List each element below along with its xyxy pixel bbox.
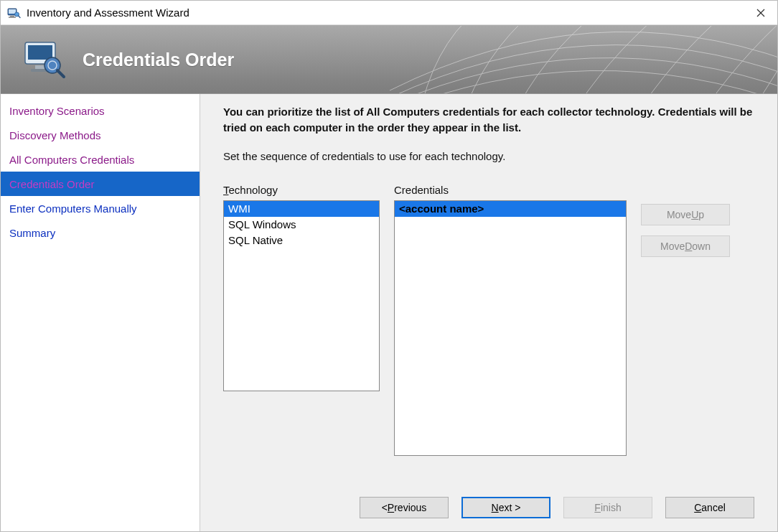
technology-block: Technology WMISQL WindowsSQL Native <box>223 184 380 391</box>
svg-rect-3 <box>9 17 16 17</box>
main-panel: You can prioritize the list of All Compu… <box>200 94 777 531</box>
credentials-block: Credentials <account name> <box>394 184 627 456</box>
finish-button[interactable]: Finish <box>563 497 652 518</box>
svg-rect-9 <box>28 45 52 60</box>
sidebar-item-all-computers-credentials[interactable]: All Computers Credentials <box>1 147 200 172</box>
intro-text: You can prioritize the list of All Compu… <box>223 104 754 136</box>
sidebar-item-inventory-scenarios[interactable]: Inventory Scenarios <box>1 98 200 123</box>
move-buttons: Move Up Move Down <box>641 204 730 257</box>
banner-title: Credentials Order <box>83 50 234 70</box>
next-button[interactable]: Next > <box>461 497 550 518</box>
banner-mesh-decoration <box>390 25 777 94</box>
app-icon <box>6 6 21 20</box>
svg-line-5 <box>19 16 20 17</box>
titlebar: Inventory and Assessment Wizard <box>1 1 777 25</box>
cancel-button[interactable]: Cancel <box>665 497 754 518</box>
technology-item[interactable]: SQL Windows <box>224 217 379 233</box>
footer-buttons: < Previous Next > Finish Cancel <box>200 487 777 531</box>
window-title: Inventory and Assessment Wizard <box>27 6 744 19</box>
sidebar-item-summary[interactable]: Summary <box>1 220 200 245</box>
technology-label: Technology <box>223 184 380 196</box>
credentials-item[interactable]: <account name> <box>395 201 626 217</box>
lists-row: Technology WMISQL WindowsSQL Native Cred… <box>223 184 754 456</box>
sidebar-item-credentials-order[interactable]: Credentials Order <box>1 172 200 196</box>
move-up-button[interactable]: Move Up <box>641 204 730 225</box>
sidebar-item-enter-computers-manually[interactable]: Enter Computers Manually <box>1 196 200 220</box>
svg-rect-2 <box>10 16 14 17</box>
technology-item[interactable]: SQL Native <box>224 233 379 248</box>
previous-button[interactable]: < Previous <box>360 497 449 518</box>
close-button[interactable] <box>744 1 777 25</box>
sidebar-nav: Inventory ScenariosDiscovery MethodsAll … <box>1 94 200 531</box>
wizard-window: Inventory and Assessment Wizard Credenti… <box>0 0 778 532</box>
svg-rect-10 <box>35 65 45 69</box>
move-down-button[interactable]: Move Down <box>641 235 730 257</box>
technology-listbox[interactable]: WMISQL WindowsSQL Native <box>223 200 380 391</box>
close-icon <box>756 9 765 17</box>
credentials-listbox[interactable]: <account name> <box>394 200 627 456</box>
intro-subtext: Set the sequence of credentials to use f… <box>223 150 754 162</box>
banner: Credentials Order <box>1 25 777 94</box>
technology-item[interactable]: WMI <box>224 201 379 217</box>
credentials-label: Credentials <box>394 184 627 196</box>
banner-computer-icon <box>21 39 67 80</box>
body: Inventory ScenariosDiscovery MethodsAll … <box>1 94 777 531</box>
svg-rect-1 <box>9 9 16 14</box>
sidebar-item-discovery-methods[interactable]: Discovery Methods <box>1 123 200 147</box>
svg-line-14 <box>57 70 64 77</box>
